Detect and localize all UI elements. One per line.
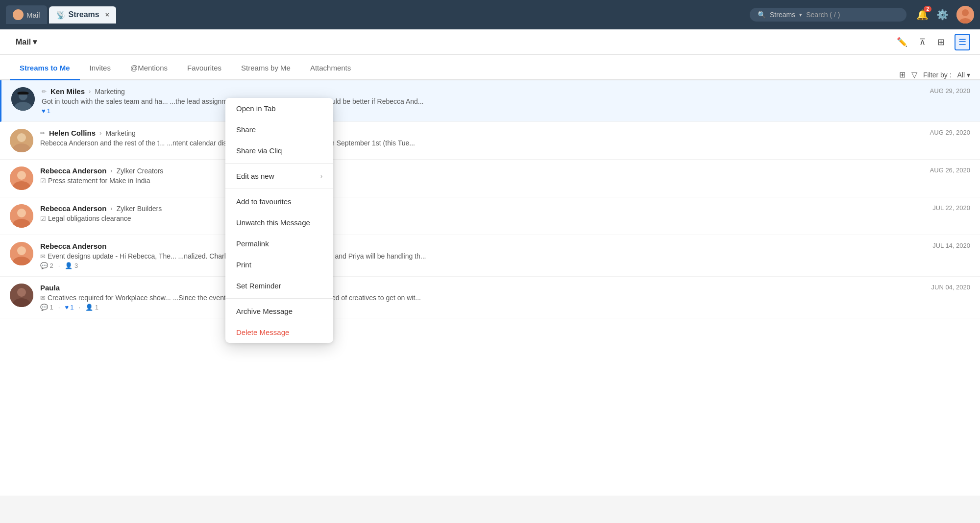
message-item[interactable]: Rebecca Anderson ✉ Event designs update … xyxy=(0,235,980,277)
reply-count: 💬 1 xyxy=(40,304,53,311)
context-menu-divider-2 xyxy=(225,189,333,189)
tab-invites[interactable]: Invites xyxy=(80,57,121,80)
context-menu-open-tab[interactable]: Open in Tab xyxy=(225,98,333,119)
topbar-icons: 🔔 2 ⚙️ xyxy=(916,6,974,24)
message-content: ✏ Ken Miles › Marketing Got in touch wit… xyxy=(42,87,923,115)
mail-tab-label: Mail xyxy=(26,11,40,19)
context-menu-delete[interactable]: Delete Message xyxy=(225,322,333,343)
tab-mail[interactable]: Mail xyxy=(6,5,47,24)
compose-button[interactable]: ✏️ xyxy=(895,35,909,49)
message-header: Paula xyxy=(40,284,925,292)
streams-tab-label: Streams xyxy=(69,10,99,19)
search-scope: Streams xyxy=(770,11,795,19)
message-meta: ♥ 1 xyxy=(42,107,923,115)
user-avatar[interactable] xyxy=(956,6,974,24)
message-meta: 💬 1 · ♥ 1 · 👤 1 xyxy=(40,304,925,311)
svg-point-9 xyxy=(17,92,29,95)
avatar xyxy=(11,87,35,111)
dropdown-arrow[interactable]: ▾ xyxy=(33,37,37,47)
sender-name: Rebecca Anderson xyxy=(40,166,106,175)
context-menu-open-tab-label: Open in Tab xyxy=(236,104,276,113)
layout-button[interactable]: ⊞ xyxy=(935,35,947,49)
message-content: Paula ✉ Creatives required for Workplace… xyxy=(40,284,925,311)
search-dropdown-icon[interactable]: ▾ xyxy=(799,12,802,18)
tab-streams-to-me[interactable]: Streams to Me xyxy=(10,57,80,80)
context-menu-set-reminder[interactable]: Set Reminder xyxy=(225,275,333,296)
message-item[interactable]: ✏ Helen Collins › Marketing Rebecca Ande… xyxy=(0,122,980,160)
context-menu-edit-new-label: Edit as new xyxy=(236,172,274,180)
context-menu-permalink[interactable]: Permalink xyxy=(225,233,333,254)
message-date: AUG 29, 2020 xyxy=(930,129,970,136)
message-item[interactable]: Rebecca Anderson › Zylker Builders ☑ Leg… xyxy=(0,197,980,235)
message-content: Rebecca Anderson ✉ Event designs update … xyxy=(40,242,926,269)
tab-attachments[interactable]: Attachments xyxy=(300,57,361,80)
search-icon: 🔍 xyxy=(758,11,766,19)
tab-streams-by-me-label: Streams by Me xyxy=(241,64,291,72)
tab-favourites[interactable]: Favourites xyxy=(177,57,231,80)
message-item[interactable]: ✏ Ken Miles › Marketing Got in touch wit… xyxy=(0,80,980,122)
context-menu-permalink-label: Permalink xyxy=(236,239,269,248)
message-content: ✏ Helen Collins › Marketing Rebecca Ande… xyxy=(40,129,923,149)
channel-name: Marketing xyxy=(105,129,135,137)
message-item[interactable]: Rebecca Anderson › Zylker Creators ☑ Pre… xyxy=(0,160,980,197)
context-menu-add-fav-label: Add to favourites xyxy=(236,197,292,206)
context-menu-print[interactable]: Print xyxy=(225,254,333,275)
context-menu-share[interactable]: Share xyxy=(225,119,333,140)
section-label: Mail xyxy=(16,38,31,47)
search-bar[interactable]: 🔍 Streams ▾ Search ( / ) xyxy=(750,8,906,22)
tab-mentions-label: @Mentions xyxy=(130,64,168,72)
avatar xyxy=(10,166,33,190)
context-menu-divider xyxy=(225,163,333,164)
sender-name: Paula xyxy=(40,284,60,292)
context-menu-archive[interactable]: Archive Message xyxy=(225,301,333,322)
filter-icon[interactable]: ⊞ xyxy=(899,70,906,79)
tab-streams-to-me-label: Streams to Me xyxy=(20,64,70,72)
search-input[interactable]: Search ( / ) xyxy=(806,11,840,19)
edit-icon: ✏ xyxy=(40,130,45,137)
message-date: AUG 26, 2020 xyxy=(930,166,970,174)
section-dropdown[interactable]: Mail ▾ xyxy=(16,37,37,47)
streams-icon: 📡 xyxy=(56,10,66,20)
sort-icon[interactable]: ▽ xyxy=(911,70,917,79)
avatar xyxy=(10,284,33,307)
svg-point-23 xyxy=(17,288,26,297)
context-menu-share-cliq[interactable]: Share via Cliq xyxy=(225,140,333,161)
tab-streams-by-me[interactable]: Streams by Me xyxy=(231,57,300,80)
context-menu-add-fav[interactable]: Add to favourites xyxy=(225,191,333,212)
notification-badge: 2 xyxy=(924,6,931,12)
message-content: Rebecca Anderson › Zylker Builders ☑ Leg… xyxy=(40,204,926,224)
message-header: ✏ Ken Miles › Marketing xyxy=(42,87,923,95)
svg-point-1 xyxy=(14,16,23,20)
context-menu-unwatch[interactable]: Unwatch this Message xyxy=(225,212,333,233)
chevron-right-icon: › xyxy=(320,173,322,180)
collapse-button[interactable]: ⊼ xyxy=(917,35,928,49)
compose-icon[interactable]: 🔔 2 xyxy=(916,9,929,21)
notification-icon[interactable]: ⚙️ xyxy=(936,9,949,21)
channel-name: Marketing xyxy=(95,88,124,95)
context-menu-share-label: Share xyxy=(236,125,256,134)
tab-streams[interactable]: 📡 Streams × xyxy=(49,6,116,24)
avatar xyxy=(10,204,33,228)
message-header: Rebecca Anderson xyxy=(40,242,926,250)
tab-invites-label: Invites xyxy=(90,64,111,72)
message-header: Rebecca Anderson › Zylker Creators xyxy=(40,166,923,175)
tab-attachments-label: Attachments xyxy=(310,64,351,72)
context-menu-share-cliq-label: Share via Cliq xyxy=(236,146,282,155)
message-date: JUN 04, 2020 xyxy=(931,284,971,291)
context-menu-set-reminder-label: Set Reminder xyxy=(236,282,281,290)
message-header: Rebecca Anderson › Zylker Builders xyxy=(40,204,926,213)
message-item[interactable]: Paula ✉ Creatives required for Workplace… xyxy=(0,277,980,318)
tab-mentions[interactable]: @Mentions xyxy=(121,57,177,80)
sender-name: Ken Miles xyxy=(50,87,85,95)
love-count: ♥ 1 xyxy=(42,107,50,115)
edit-icon: ✏ xyxy=(42,88,47,95)
sender-name: Rebecca Anderson xyxy=(40,242,106,250)
nav-tabs: Streams to Me Invites @Mentions Favourit… xyxy=(0,55,980,80)
menu-button[interactable]: ☰ xyxy=(955,34,970,50)
sender-name: Rebecca Anderson xyxy=(40,204,106,213)
message-date: JUL 14, 2020 xyxy=(932,242,970,249)
filter-label: Filter by : xyxy=(923,71,952,79)
context-menu-edit-new[interactable]: Edit as new › xyxy=(225,166,333,187)
filter-value[interactable]: All ▾ xyxy=(957,71,970,79)
close-tab-button[interactable]: × xyxy=(105,11,109,19)
